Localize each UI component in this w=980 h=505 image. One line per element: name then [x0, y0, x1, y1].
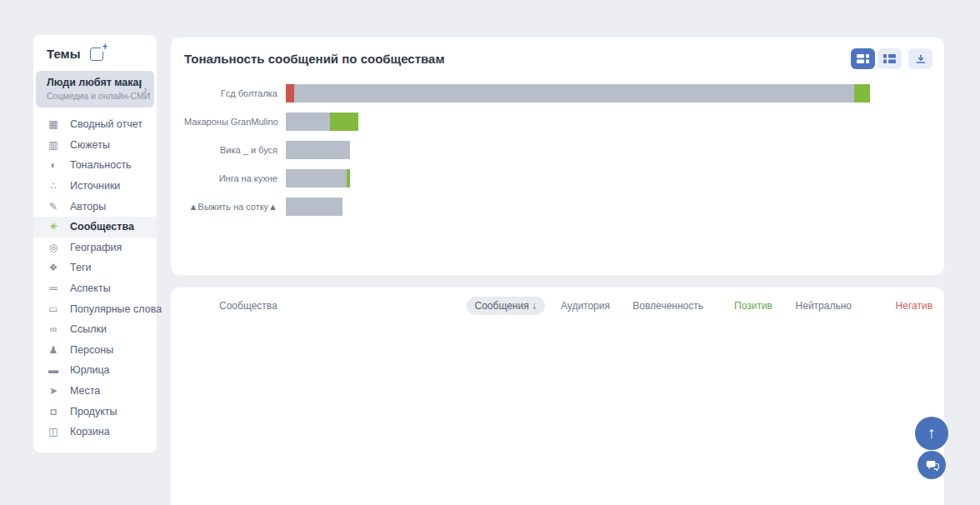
bar-segment-нейтрально[interactable]: [286, 141, 350, 159]
bar-segment-нейтрально[interactable]: [286, 198, 342, 216]
chart-view-bars-button[interactable]: [851, 48, 875, 69]
theme-selector[interactable]: Люди любят макароны Соцмедиа и онлайн-СМ…: [36, 71, 154, 108]
sidebar-item-label: Сообщества: [70, 221, 134, 232]
trash-icon: ◫: [47, 426, 60, 438]
chart-bar-track: [286, 84, 931, 102]
chart-bar-row: Инга на кухне: [184, 169, 931, 188]
chart-bar-track: [286, 198, 931, 216]
sidebar-item-label: География: [70, 242, 122, 253]
chart-category-label: Макароны GranMulino: [184, 117, 286, 127]
bar-segment-позитив[interactable]: [330, 112, 358, 131]
sidebar-item-label: Персоны: [70, 344, 113, 356]
popular-words-icon: ▭: [47, 303, 60, 315]
sidebar-item-tonality[interactable]: ◐ Тональность: [33, 155, 157, 176]
sidebar-item-places[interactable]: ➤ Места: [33, 381, 157, 402]
sidebar-item-tags[interactable]: ❖ Теги: [33, 258, 157, 278]
sidebar-item-communities[interactable]: ✳ Сообщества: [33, 217, 157, 238]
chart-view-list-button[interactable]: [878, 48, 902, 69]
sort-desc-icon: ↓: [532, 300, 537, 312]
chart-x-axis: [286, 226, 931, 239]
app-viewport: Темы + Люди любят макароны Соцмедиа и он…: [0, 0, 980, 505]
sidebar-item-label: Корзина: [70, 426, 110, 438]
places-icon: ➤: [47, 385, 60, 397]
bar-segment-нейтрально[interactable]: [286, 169, 347, 188]
sidebar-item-geography[interactable]: ◎ География: [33, 238, 157, 258]
tonality-icon: ◐: [47, 159, 60, 171]
sidebar-item-label: Теги: [70, 262, 91, 273]
sidebar-item-authors[interactable]: ✎ Авторы: [33, 196, 157, 217]
chart-bar-row: ▲Выжить на сотку▲: [184, 198, 931, 216]
scroll-to-top-button[interactable]: ↑: [915, 417, 948, 450]
col-audience[interactable]: Аудитория: [545, 300, 610, 312]
arrow-up-icon: ↑: [928, 424, 936, 442]
chart-toolbar: [851, 48, 932, 69]
sidebar-header: Темы +: [33, 35, 157, 71]
theme-info: Люди любят макароны Соцмедиа и онлайн-СМ…: [47, 77, 142, 101]
chat-button[interactable]: [918, 451, 946, 479]
col-messages-label: Сообщения: [475, 300, 529, 312]
download-icon: [915, 53, 927, 65]
chart-body: Гсд болталка Макароны GranMulino Вика _ …: [171, 69, 944, 247]
chat-bubbles-icon: [925, 459, 939, 472]
products-icon: ◘: [47, 406, 60, 418]
bar-segment-нейтрально[interactable]: [286, 112, 330, 131]
chevron-right-icon: ›: [143, 82, 148, 96]
col-positive[interactable]: Позитив: [703, 300, 772, 312]
sidebar-item-sources[interactable]: ∴ Источники: [33, 176, 157, 197]
col-engagement[interactable]: Вовлеченность: [610, 300, 703, 312]
tags-icon: ❖: [47, 262, 60, 273]
chart-bar-track: [286, 169, 931, 188]
sidebar-item-links[interactable]: ∞ Ссылки: [33, 319, 157, 340]
sidebar-item-label: Популярные слова: [70, 303, 162, 315]
sidebar-item-label: Источники: [70, 180, 120, 192]
chart-bar-row: Вика _ и буся: [184, 141, 931, 159]
sidebar-item-products[interactable]: ◘ Продукты: [33, 401, 157, 422]
sidebar-item-label: Продукты: [70, 406, 117, 418]
sidebar-item-persons[interactable]: ♟ Персоны: [33, 340, 157, 361]
download-button[interactable]: [908, 48, 932, 69]
chart-bar-row: Гсд болталка: [184, 84, 931, 102]
sources-icon: ∴: [47, 180, 60, 192]
chart-bar-track: [286, 141, 931, 159]
add-topic-button[interactable]: +: [90, 48, 103, 61]
aspects-icon: ≔: [47, 282, 60, 294]
sidebar-item-popular-words[interactable]: ▭ Популярные слова: [33, 298, 157, 319]
sidebar-item-label: Тональность: [70, 159, 132, 171]
col-neutral[interactable]: Нейтрально: [772, 300, 852, 312]
links-icon: ∞: [47, 323, 60, 335]
bar-segment-нейтрально[interactable]: [294, 84, 854, 102]
chart-bar-row: Макароны GranMulino: [184, 112, 931, 131]
authors-icon: ✎: [47, 201, 60, 212]
geography-icon: ◎: [47, 242, 60, 253]
chart-bar-track: [286, 112, 931, 131]
legal-entities-icon: ▬: [47, 364, 60, 376]
sidebar-item-label: Юрлица: [70, 364, 110, 376]
chart-title: Тональность сообщений по сообществам: [184, 52, 445, 66]
sidebar: Темы + Люди любят макароны Соцмедиа и он…: [33, 35, 157, 452]
bar-segment-негатив[interactable]: [286, 84, 294, 102]
stacked-bars-alt-icon: [883, 53, 896, 64]
col-communities[interactable]: Сообщества: [182, 300, 466, 312]
sidebar-title: Темы: [47, 47, 80, 61]
sidebar-item-stories[interactable]: ▥ Сюжеты: [33, 135, 157, 156]
sidebar-item-label: Сводный отчет: [70, 118, 142, 130]
sidebar-item-summary-report[interactable]: ▦ Сводный отчет: [33, 114, 157, 135]
tonality-chart-card: Тональность сообщений по сообществам Гсд: [171, 38, 944, 275]
bar-segment-позитив[interactable]: [854, 84, 870, 102]
chart-category-label: Вика _ и буся: [184, 145, 286, 155]
chart-category-label: ▲Выжить на сотку▲: [184, 202, 286, 212]
sidebar-item-label: Места: [70, 385, 100, 397]
sidebar-item-label: Авторы: [70, 201, 106, 212]
sidebar-item-aspects[interactable]: ≔ Аспекты: [33, 278, 157, 299]
table-header: Сообщества Сообщения ↓ Аудитория Вовлече…: [182, 292, 932, 319]
bar-segment-позитив[interactable]: [347, 169, 351, 188]
sidebar-item-label: Сюжеты: [70, 139, 110, 151]
sidebar-item-legal-entities[interactable]: ▬ Юрлица: [33, 360, 157, 381]
theme-name: Люди любят макароны: [47, 77, 142, 88]
col-negative[interactable]: Негатив: [852, 300, 932, 312]
persons-icon: ♟: [47, 344, 60, 356]
col-messages-sort[interactable]: Сообщения ↓: [466, 297, 545, 315]
sidebar-item-trash[interactable]: ◫ Корзина: [33, 422, 157, 442]
sidebar-item-label: Ссылки: [70, 323, 107, 335]
plus-icon: +: [101, 42, 108, 52]
